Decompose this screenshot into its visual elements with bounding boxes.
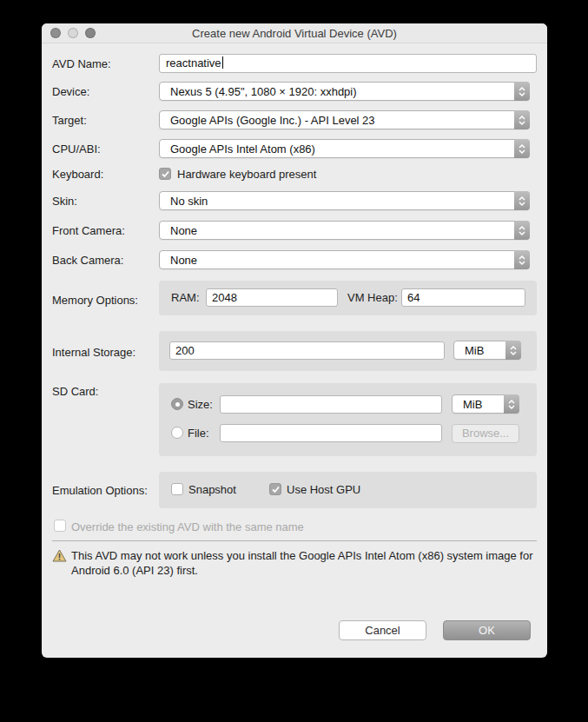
warning-text-line: This AVD may not work unless you install…: [71, 548, 540, 563]
target-value: Google APIs (Google Inc.) - API Level 23: [170, 114, 510, 127]
titlebar: Create new Android Virtual Device (AVD): [42, 23, 547, 43]
internal-storage-label: Internal Storage:: [52, 346, 135, 359]
chevron-up-down-icon: [514, 221, 530, 240]
sd-size-unit-select[interactable]: MiB: [452, 394, 519, 414]
divider: [52, 540, 537, 541]
target-label: Target:: [52, 114, 87, 127]
avd-dialog-window: Create new Android Virtual Device (AVD) …: [42, 23, 547, 658]
radio-dot: [175, 402, 180, 407]
checkmark-icon: [161, 169, 170, 179]
chevron-up-down-icon: [514, 82, 530, 101]
sd-card-panel: Size: MiB File: Browse...: [159, 383, 537, 456]
front-camera-label: Front Camera:: [52, 224, 125, 237]
window-title: Create new Android Virtual Device (AVD): [102, 27, 486, 40]
sd-file-input[interactable]: [220, 424, 442, 442]
snapshot-checkbox-label: Snapshot: [188, 483, 236, 496]
device-value: Nexus 5 (4.95", 1080 × 1920: xxhdpi): [170, 85, 510, 98]
override-avd-checkbox: [54, 520, 66, 532]
ok-button[interactable]: OK: [443, 620, 531, 640]
cpu-abi-value: Google APIs Intel Atom (x86): [170, 142, 510, 156]
back-camera-value: None: [170, 254, 510, 267]
use-host-gpu-checkbox[interactable]: [269, 483, 281, 495]
sd-size-input[interactable]: [220, 395, 442, 414]
minimize-button[interactable]: [68, 28, 78, 38]
back-camera-label: Back Camera:: [52, 254, 123, 267]
cancel-button[interactable]: Cancel: [339, 620, 426, 640]
vm-heap-input[interactable]: [401, 288, 525, 307]
zoom-button[interactable]: [85, 28, 96, 38]
hardware-keyboard-checkbox[interactable]: [159, 168, 171, 180]
emulation-options-label: Emulation Options:: [52, 484, 148, 497]
internal-storage-unit-select[interactable]: MiB: [453, 341, 521, 360]
warning-text: This AVD may not work unless you install…: [71, 548, 540, 578]
avd-name-value: reactnative: [166, 56, 221, 70]
close-button[interactable]: [50, 28, 61, 38]
internal-storage-input[interactable]: [169, 341, 445, 360]
sd-size-label: Size:: [188, 398, 213, 411]
skin-select[interactable]: No skin: [159, 191, 530, 210]
sd-size-radio[interactable]: [171, 398, 183, 410]
browse-button[interactable]: Browse...: [452, 424, 519, 443]
sd-card-label: SD Card:: [52, 385, 98, 398]
chevron-up-down-icon: [514, 191, 530, 210]
ram-label: RAM:: [171, 291, 200, 304]
front-camera-select[interactable]: None: [159, 221, 530, 240]
chevron-up-down-icon: [505, 341, 521, 360]
device-label: Device:: [52, 85, 89, 98]
warning-icon: [52, 549, 67, 562]
keyboard-label: Keyboard:: [52, 168, 103, 181]
cpu-abi-select[interactable]: Google APIs Intel Atom (x86): [159, 139, 530, 158]
memory-options-label: Memory Options:: [52, 294, 138, 307]
front-camera-value: None: [170, 224, 510, 237]
skin-value: No skin: [170, 195, 510, 208]
internal-storage-unit-value: MiB: [465, 344, 501, 357]
snapshot-checkbox[interactable]: [171, 483, 183, 495]
avd-name-input[interactable]: reactnative: [159, 54, 537, 73]
vm-heap-label: VM Heap:: [347, 291, 398, 304]
internal-storage-panel: MiB: [159, 331, 537, 371]
chevron-up-down-icon: [504, 394, 519, 414]
skin-label: Skin:: [52, 195, 77, 208]
emulation-options-panel: Snapshot Use Host GPU: [159, 472, 537, 508]
chevron-up-down-icon: [514, 250, 530, 269]
back-camera-select[interactable]: None: [159, 250, 530, 269]
sd-file-radio[interactable]: [171, 427, 183, 439]
chevron-up-down-icon: [514, 110, 530, 129]
sd-file-label: File:: [188, 427, 209, 440]
memory-options-panel: RAM: VM Heap:: [159, 281, 537, 315]
cpu-abi-label: CPU/ABI:: [52, 142, 101, 156]
device-select[interactable]: Nexus 5 (4.95", 1080 × 1920: xxhdpi): [159, 82, 530, 101]
text-cursor: [222, 56, 223, 69]
hardware-keyboard-checkbox-label: Hardware keyboard present: [177, 168, 316, 181]
ram-input[interactable]: [206, 288, 338, 307]
warning-text-line: Android 6.0 (API 23) first.: [71, 563, 540, 578]
target-select[interactable]: Google APIs (Google Inc.) - API Level 23: [159, 110, 530, 129]
checkmark-icon: [271, 485, 281, 494]
override-avd-checkbox-label: Override the existing AVD with the same …: [71, 520, 304, 533]
use-host-gpu-checkbox-label: Use Host GPU: [287, 483, 360, 496]
sd-size-unit-value: MiB: [463, 398, 499, 411]
avd-name-label: AVD Name:: [52, 57, 111, 70]
chevron-up-down-icon: [514, 139, 530, 158]
